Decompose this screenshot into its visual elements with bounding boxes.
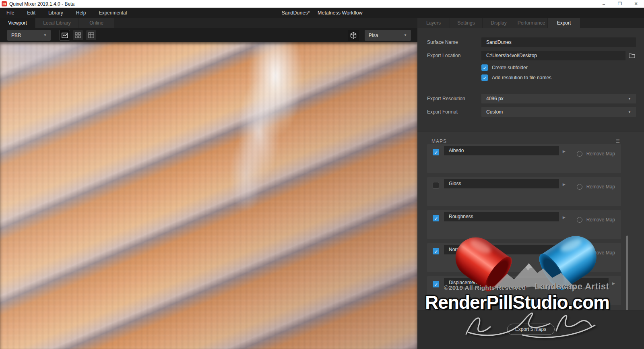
quixel-mixer-window: m Quixel Mixer 2019.1.4.0 - Beta – ❐ ✕ F… [0,0,644,349]
hamburger-icon[interactable]: ≡ [616,139,620,143]
map-normal-name-input[interactable] [444,245,559,254]
browse-folder-button[interactable] [628,52,636,60]
remove-map-albedo-button[interactable]: Remove Map [577,151,615,157]
map-row-gloss: ▶ Remove Map [427,177,621,206]
map-row-albedo: ▶ Remove Map [427,144,621,173]
chevron-down-icon: ▼ [628,97,631,101]
remove-circle-icon [577,250,582,256]
tab-layers[interactable]: Layers [417,18,450,28]
close-icon[interactable]: ✕ [628,0,644,8]
export-format-label: Export Format [427,109,481,115]
window-controls: – ❐ ✕ [596,0,644,8]
map-gloss-checkbox[interactable] [433,182,439,188]
remove-map-label: Remove Map [586,217,615,223]
tab-filler-right [580,18,644,28]
surface-name-input[interactable] [481,37,636,47]
export-location-input[interactable] [481,51,625,60]
remove-map-gloss-button[interactable]: Remove Map [577,184,615,190]
create-subfolder-label: Create subfolder [492,65,528,70]
remove-circle-icon [577,217,582,223]
create-subfolder-checkbox[interactable] [481,64,488,71]
expand-arrow-icon[interactable]: ▶ [563,248,566,252]
remove-map-label: Remove Map [586,151,615,157]
map-roughness-name-input[interactable] [444,212,559,221]
add-resolution-label: Add resolution to file names [492,75,551,81]
tab-settings[interactable]: Settings [450,18,483,28]
chevron-down-icon: ▼ [628,110,631,114]
preview-mesh-button[interactable] [348,30,359,41]
viewport-toolbar-right: Pisa ▼ [348,30,411,41]
map-albedo-checkbox[interactable] [433,149,439,155]
remove-map-roughness-button[interactable]: Remove Map [577,217,615,223]
map-gloss-name-input[interactable] [444,179,559,188]
viewport-grid-view-button[interactable] [86,30,96,40]
menubar: File Edit Library Help Experimental Sand… [0,8,644,18]
viewport-split-view-button[interactable] [73,30,83,40]
app-logo-icon: m [2,1,7,6]
export-maps-button[interactable]: Export 5 maps [507,324,555,335]
map-displacement-name-input[interactable] [444,278,609,287]
tab-local-library[interactable]: Local Library [35,18,79,28]
chevron-down-icon: ▼ [404,33,407,37]
export-location-row: Export Location [427,51,636,60]
menu-edit[interactable]: Edit [21,10,42,16]
panel-tabs: Layers Settings Display Performance Expo… [417,18,644,28]
cube-icon [350,32,357,39]
map-row-normal: ▶ Remove Map [427,243,621,272]
four-squares-icon [75,32,81,38]
tab-filler-left [114,18,417,28]
map-displacement-checkbox[interactable] [433,281,439,287]
maps-title: MAPS [431,138,447,144]
expand-arrow-icon[interactable]: ▶ [563,149,566,153]
environment-dropdown[interactable]: Pisa ▼ [365,30,411,41]
restore-icon[interactable]: ❐ [612,0,628,8]
map-albedo-name-input[interactable] [444,146,559,155]
menu-library[interactable]: Library [42,10,70,16]
remove-map-normal-button[interactable]: Remove Map [577,250,615,256]
tab-row: Viewport Local Library Online Layers Set… [0,18,644,28]
tab-viewport[interactable]: Viewport [0,18,35,28]
export-resolution-row: Export Resolution 4096 px ▼ [427,94,636,103]
tab-online[interactable]: Online [79,18,114,28]
maps-header: MAPS ≡ [417,132,644,144]
remove-map-label: Remove Map [586,250,615,256]
surface-name-label: Surface Name [427,39,481,45]
shading-mode-dropdown[interactable]: PBR ▼ [7,30,51,41]
minimize-icon[interactable]: – [596,0,612,8]
menu-help[interactable]: Help [70,10,93,16]
remove-circle-icon [577,184,582,190]
menu-experimental[interactable]: Experimental [92,10,133,16]
map-roughness-checkbox[interactable] [433,215,439,221]
export-location-label: Export Location [427,53,481,58]
titlebar: m Quixel Mixer 2019.1.4.0 - Beta – ❐ ✕ [0,0,644,8]
expand-arrow-icon[interactable]: ▶ [612,281,615,285]
tab-display[interactable]: Display [483,18,515,28]
create-subfolder-option: Create subfolder [481,64,644,71]
expand-arrow-icon[interactable]: ▶ [563,182,566,186]
map-normal-checkbox[interactable] [433,248,439,254]
export-resolution-dropdown[interactable]: 4096 px ▼ [481,94,636,103]
folder-icon [629,53,635,58]
expand-arrow-icon[interactable]: ▶ [563,215,566,219]
remove-map-label: Remove Map [586,184,615,190]
map-row-roughness: ▶ Remove Map [427,210,621,239]
panel-footer: Export 5 maps [417,310,644,349]
export-resolution-value: 4096 px [486,96,504,101]
export-resolution-label: Export Resolution [427,96,481,101]
maps-section: MAPS ≡ ▶ Remove Map ▶ Remove Map [417,132,644,311]
tab-export[interactable]: Export [548,18,580,28]
viewport-3d-sand-dunes[interactable] [0,42,417,349]
add-resolution-option: Add resolution to file names [481,74,644,81]
grid-icon [88,32,94,38]
viewport-single-view-button[interactable] [60,30,70,40]
remove-circle-icon [577,151,582,157]
window-title: Quixel Mixer 2019.1.4.0 - Beta [9,1,74,7]
tab-performance[interactable]: Performance [515,18,548,28]
image-curve-icon [62,33,68,38]
export-format-dropdown[interactable]: Custom ▼ [481,107,636,117]
workspace-tabs: Viewport Local Library Online [0,18,417,28]
add-resolution-checkbox[interactable] [481,74,488,81]
menu-file[interactable]: File [0,10,21,16]
export-panel: Surface Name Export Location Create subf… [417,28,644,349]
shading-mode-value: PBR [11,33,21,38]
